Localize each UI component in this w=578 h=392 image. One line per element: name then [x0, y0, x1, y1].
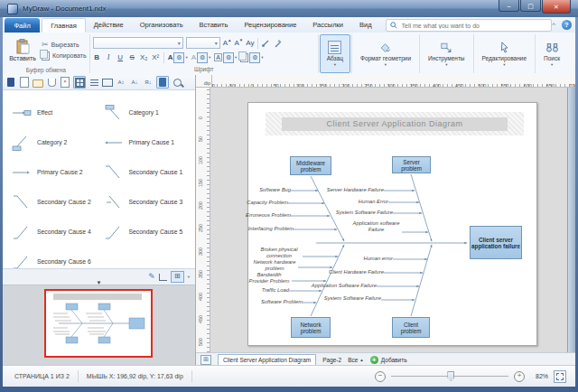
- cause-label[interactable]: Client Hardware Failure: [329, 269, 384, 275]
- category-box-network[interactable]: Network problem: [291, 317, 331, 338]
- shape-item-category2[interactable]: Category 2: [12, 127, 100, 157]
- list-view-icon[interactable]: [89, 77, 99, 88]
- shrink-font-button[interactable]: A▼: [235, 39, 244, 47]
- all-pages-button[interactable]: Все ▲: [348, 357, 364, 363]
- maximize-button[interactable]: ▢: [520, 0, 541, 12]
- cause-label[interactable]: Capacity Problem: [247, 200, 288, 206]
- library-search-icon[interactable]: [172, 77, 182, 88]
- tell-me-search[interactable]: [386, 19, 553, 32]
- cause-label[interactable]: Software Bug: [259, 187, 291, 193]
- cause-label[interactable]: Erroneous Problem: [246, 212, 291, 219]
- tab-view[interactable]: Вид: [351, 17, 380, 33]
- outline-color-button[interactable]: A ⚙ ▾: [191, 52, 211, 63]
- bold-button[interactable]: B: [93, 53, 101, 61]
- collapse-ribbon-icon[interactable]: ^: [552, 22, 555, 29]
- superscript-button[interactable]: X²: [152, 53, 160, 61]
- cause-label[interactable]: Applicaiton Software Failure: [312, 283, 377, 289]
- font-color-button[interactable]: A ⚙ ▾: [168, 52, 188, 63]
- category-box-server[interactable]: Server problem: [392, 156, 431, 173]
- page-tab-page2[interactable]: Page-2: [322, 357, 341, 363]
- collapse-preview-icon[interactable]: ▼: [97, 280, 102, 285]
- search-button[interactable]: Поиск ▾: [536, 34, 567, 73]
- tab-home[interactable]: Главная: [42, 18, 86, 33]
- paste-button[interactable]: Вставить: [5, 34, 40, 66]
- drawing-page[interactable]: Client Server Application Diagram Middle…: [247, 102, 537, 346]
- zoom-slider-thumb[interactable]: [447, 371, 454, 381]
- library-book-icon[interactable]: [156, 76, 169, 89]
- zoom-slider[interactable]: [391, 371, 508, 381]
- tab-review[interactable]: Рецензирование: [236, 17, 304, 33]
- cause-label[interactable]: Bandwidth Provider Problem: [247, 272, 292, 284]
- tab-mailings[interactable]: Рассылки: [304, 17, 351, 33]
- pan-zoom-preview[interactable]: ▼: [3, 285, 195, 366]
- sort-asc-icon[interactable]: А↓: [129, 77, 140, 88]
- cause-label[interactable]: System Software Failure: [336, 210, 393, 216]
- page-list-icon[interactable]: ⊞: [200, 355, 211, 365]
- shape-item-primary-cause2[interactable]: Primary Cause 2: [12, 157, 100, 187]
- shape-item-secondary-cause5[interactable]: Secondary Cause 5: [104, 217, 192, 247]
- tab-insert[interactable]: Вставить: [191, 17, 237, 33]
- clear-format-button[interactable]: Ay: [246, 39, 254, 47]
- layout-mode-icon[interactable]: ⊞: [171, 271, 184, 283]
- shape-item-secondary-cause3[interactable]: Secondary Cause 3: [104, 187, 192, 217]
- format-geometry-button[interactable]: Формат геометрии ▾: [353, 34, 418, 73]
- cause-label[interactable]: Broken physical connection: [256, 247, 303, 258]
- font-family-select[interactable]: ▾: [93, 37, 183, 49]
- thumbnails-view-icon[interactable]: [73, 76, 86, 89]
- add-page-button[interactable]: + Добавить: [370, 356, 407, 364]
- shape-item-primary-cause1[interactable]: Primary Cause 1: [104, 127, 192, 157]
- editing-button[interactable]: Редактирование ▾: [475, 34, 535, 73]
- zoom-out-icon[interactable]: −: [375, 371, 386, 382]
- cause-label[interactable]: System Software Failure: [324, 295, 381, 302]
- tab-arrange[interactable]: Организовать: [132, 17, 191, 33]
- cause-label[interactable]: Interfacing Problem: [248, 226, 294, 232]
- shape-item-category1[interactable]: Category 1: [104, 98, 192, 127]
- help-icon[interactable]: ?: [562, 20, 572, 30]
- sort-toggle-icon[interactable]: А↕: [116, 77, 126, 88]
- grow-font-button[interactable]: A▲: [223, 39, 232, 47]
- shape-item-secondary-cause4[interactable]: Secondary Cause 4: [12, 217, 100, 247]
- close-button[interactable]: ✕: [542, 0, 571, 14]
- library-save-icon[interactable]: [5, 77, 16, 88]
- subscript-button[interactable]: X₂: [140, 53, 148, 61]
- icons-view-icon[interactable]: [102, 77, 113, 88]
- font-size-select[interactable]: ▾: [186, 37, 220, 49]
- cut-button[interactable]: ✂ Вырезать: [42, 41, 87, 49]
- italic-button[interactable]: I: [105, 53, 113, 61]
- shape-item-secondary-cause2[interactable]: Secondary Cause 2: [12, 187, 100, 217]
- zoom-in-icon[interactable]: +: [514, 371, 525, 382]
- underline-button[interactable]: U: [117, 53, 125, 61]
- effect-box[interactable]: Client server application failure: [470, 226, 522, 259]
- sort-desc-icon[interactable]: Я↓: [143, 77, 154, 88]
- format-brush-icon[interactable]: [273, 39, 282, 48]
- library-clip-icon[interactable]: [46, 77, 57, 88]
- shape-item-secondary-cause6[interactable]: Secondary Cause 6: [12, 247, 100, 268]
- preview-viewport[interactable]: [44, 289, 153, 358]
- search-input[interactable]: [400, 22, 548, 30]
- eyedropper-icon[interactable]: [261, 39, 270, 48]
- category-box-middleware[interactable]: Middleware problem: [290, 156, 331, 175]
- connector-icon[interactable]: [159, 274, 167, 281]
- vertical-scrollbar[interactable]: [567, 88, 575, 352]
- cause-label[interactable]: Traffic Load: [262, 287, 289, 294]
- fill-style-button[interactable]: ⚙ ▾: [240, 52, 263, 63]
- library-new-icon[interactable]: [19, 77, 30, 88]
- fit-page-icon[interactable]: [554, 370, 566, 383]
- tools-button[interactable]: Инструменты ▾: [421, 34, 472, 73]
- minimize-button[interactable]: –: [499, 0, 519, 12]
- cause-label[interactable]: Human error: [363, 256, 393, 262]
- category-box-client[interactable]: Client problem: [392, 317, 430, 338]
- paragraph-button[interactable]: Абзац ▾: [320, 34, 350, 73]
- cause-label[interactable]: Server Hardware Failure: [327, 187, 384, 193]
- drawing-canvas[interactable]: Client Server Application Diagram Middle…: [210, 88, 567, 352]
- highlight-color-button[interactable]: A ⚙ ▾: [214, 52, 237, 63]
- shape-item-effect[interactable]: Effect: [12, 98, 100, 127]
- strikethrough-button[interactable]: S: [128, 53, 136, 61]
- library-open-icon[interactable]: [33, 77, 43, 88]
- cause-label[interactable]: Network hardware problem: [251, 259, 298, 271]
- page-tab-active[interactable]: Client Server Application Diagram: [218, 354, 316, 366]
- diagram-title-band[interactable]: Client Server Application Diagram: [266, 112, 524, 135]
- title-bar[interactable]: MyDraw - Document1.ndx – ▢ ✕: [0, 0, 578, 17]
- library-remove-icon[interactable]: ×: [60, 77, 70, 88]
- shape-item-secondary-cause1[interactable]: Secondary Cause 1: [104, 157, 192, 187]
